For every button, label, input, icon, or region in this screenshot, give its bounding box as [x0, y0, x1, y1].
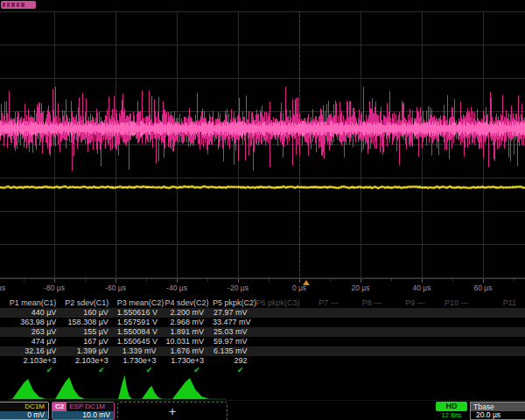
- axis-minor-tick: [391, 279, 392, 281]
- add-trace-button[interactable]: +: [117, 402, 228, 420]
- measure-value-cell: [434, 318, 478, 327]
- measure-value-cell: 292: [213, 356, 256, 366]
- measure-value-cell: [477, 308, 525, 318]
- measure-value-cell: 167 µV: [65, 337, 117, 346]
- axis-minor-tick: [146, 279, 147, 281]
- param-header-p10[interactable]: P10 ---: [434, 298, 478, 308]
- axis-minor-tick: [269, 279, 270, 281]
- measure-value-cell: 33.477 mV: [213, 318, 256, 327]
- c2-channel-badge: C2: [52, 402, 66, 411]
- measure-value-cell: [477, 327, 525, 337]
- measure-value-cell: [347, 327, 391, 337]
- measure-table: P1 mean(C1)P2 sdev(C1)P3 mean(C2)P4 sdev…: [0, 298, 525, 376]
- axis-tick: [422, 279, 423, 283]
- param-header-p5[interactable]: P5 pkpk(C2): [213, 298, 256, 308]
- param-header-p8[interactable]: P8 ---: [347, 298, 391, 308]
- measure-value-cell: [434, 356, 478, 366]
- measure-table-row: 32.16 µV1.399 µV1.339 mV1.676 mV6.135 mV: [0, 346, 525, 356]
- measure-table-row: 2.103e+32.103e+31.730e+31.730e+3292: [0, 356, 525, 366]
- histicon: [118, 375, 132, 399]
- axis-minor-tick: [207, 279, 208, 281]
- measure-value-cell: 1.730e+3: [164, 356, 213, 366]
- measure-value-cell: [477, 356, 525, 366]
- measure-value-cell: 363.98 µV: [0, 318, 65, 327]
- measure-value-cell: [347, 337, 391, 346]
- trace-annotation-badge: [1, 1, 36, 9]
- param-header-p1[interactable]: P1 mean(C1): [0, 298, 65, 308]
- param-header-p4[interactable]: P4 sdev(C2): [164, 298, 213, 308]
- trigger-position-marker[interactable]: [303, 280, 310, 285]
- histicon: [142, 386, 163, 399]
- measure-value-cell: [304, 308, 347, 318]
- axis-tick: [299, 279, 300, 283]
- param-header-p11[interactable]: P11: [477, 298, 525, 308]
- measure-value-cell: [390, 327, 434, 337]
- measure-value-cell: [477, 346, 525, 356]
- time-axis-label: 0 µs: [273, 284, 326, 292]
- measure-value-cell: 1.730e+3: [117, 356, 165, 366]
- time-axis-label: -80 µs: [28, 284, 80, 292]
- time-axis-label: -100 µs: [0, 284, 19, 292]
- measure-value-cell: 263 µV: [0, 327, 65, 337]
- measure-value-cell: 155 µV: [65, 327, 117, 337]
- measure-value-cell: 1.550616 V: [117, 308, 165, 318]
- measure-value-cell: [477, 318, 525, 327]
- measure-value-cell: 158.308 µV: [65, 318, 117, 327]
- param-header-p7[interactable]: P7 ---: [304, 298, 347, 308]
- measure-value-cell: [390, 346, 434, 356]
- c2-scale-value: 10.0 mV: [52, 411, 114, 419]
- measure-value-cell: [347, 356, 391, 366]
- time-axis-ruler: -100 µs-80 µs-60 µs-40 µs-20 µs0 µs20 µs…: [0, 278, 525, 297]
- measure-value-cell: [477, 337, 525, 346]
- measure-value-cell: 1.550645 V: [117, 337, 165, 346]
- measure-value-cell: [304, 356, 347, 366]
- measure-value-cell: [347, 346, 391, 356]
- hd-badge: HD: [436, 402, 467, 411]
- time-axis-label: 20 µs: [334, 284, 387, 292]
- measure-value-cell: 474 µV: [0, 337, 65, 346]
- histicon: [12, 379, 46, 399]
- measure-value-cell: 27.97 mV: [213, 308, 256, 318]
- time-axis-label: 60 µs: [457, 284, 509, 292]
- axis-tick: [238, 279, 239, 283]
- measure-value-cell: [347, 318, 391, 327]
- channel-c1-descriptor[interactable]: DC1M 0 mV: [0, 402, 49, 420]
- measure-value-cell: [256, 356, 304, 366]
- measure-table-row: 363.98 µV158.308 µV1.557591 V2.968 mV33.…: [0, 318, 525, 327]
- channel-c2-descriptor[interactable]: C2 ESP DC1M 10.0 mV: [52, 402, 115, 420]
- axis-tick: [54, 279, 55, 283]
- waveform-grid[interactable]: [0, 0, 525, 278]
- measure-value-cell: [390, 318, 434, 327]
- measure-value-cell: [304, 327, 347, 337]
- param-header-p9[interactable]: P9 ---: [390, 298, 434, 308]
- time-axis-label: -40 µs: [150, 284, 203, 292]
- timebase-descriptor[interactable]: Tbase 20.0 µs: [470, 402, 525, 420]
- measure-table-row: 440 µV160 µV1.550616 V2.200 mV27.97 mV: [0, 308, 525, 318]
- measure-value-cell: [434, 346, 478, 356]
- time-axis-label: -60 µs: [89, 284, 142, 292]
- hd-mode-indicator[interactable]: HD 12 Bits: [436, 402, 467, 420]
- param-header-p2[interactable]: P2 sdev(C1): [65, 298, 117, 308]
- axis-minor-tick: [24, 279, 24, 281]
- measure-value-cell: 2.103e+3: [65, 356, 117, 366]
- measure-table-row: 263 µV155 µV1.550084 V1.891 mV25.03 mV: [0, 327, 525, 337]
- measure-value-cell: [304, 318, 347, 327]
- axis-minor-tick: [330, 279, 331, 281]
- measure-value-cell: [256, 318, 304, 327]
- measure-value-cell: 1.550084 V: [117, 327, 165, 337]
- c1-scale-value: 0 mV: [0, 411, 48, 419]
- param-header-p3[interactable]: P3 mean(C2): [117, 298, 165, 308]
- measure-value-cell: 2.968 mV: [164, 318, 213, 327]
- measure-value-cell: [256, 337, 304, 346]
- parameter-histicons: [0, 374, 525, 401]
- measure-value-cell: 1.557591 V: [117, 318, 165, 327]
- param-header-p6[interactable]: P6 pkpk(C3): [256, 298, 304, 308]
- plus-icon: +: [169, 404, 176, 418]
- measure-value-cell: [434, 308, 478, 318]
- measure-value-cell: [256, 327, 304, 337]
- measure-value-cell: 1.891 mV: [164, 327, 213, 337]
- measure-value-cell: [434, 327, 478, 337]
- measure-value-cell: 59.97 mV: [213, 337, 256, 346]
- measure-value-cell: 32.16 µV: [0, 346, 65, 356]
- measure-value-cell: [390, 337, 434, 346]
